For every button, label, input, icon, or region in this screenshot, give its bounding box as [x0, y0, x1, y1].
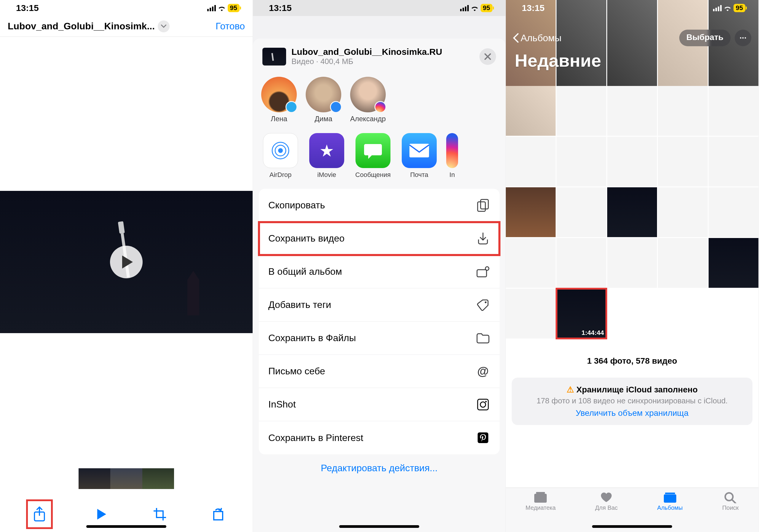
crop-button[interactable] [151, 505, 169, 523]
messages-icon [355, 133, 390, 168]
status-time: 13:15 [269, 3, 292, 13]
download-icon [476, 232, 490, 246]
action-list: Скопировать Сохранить видео В общий альб… [259, 189, 499, 454]
status-time: 13:15 [522, 3, 545, 13]
app-mail[interactable]: Почта [400, 133, 438, 179]
sheet-thumbnail [262, 48, 286, 65]
photo-thumbnail[interactable] [556, 238, 606, 288]
tab-library[interactable]: Медиатека [526, 491, 556, 532]
pinterest-icon [476, 431, 490, 445]
photo-thumbnail[interactable] [607, 136, 657, 186]
photo-thumbnail[interactable] [556, 86, 606, 136]
photo-thumbnail[interactable] [709, 136, 758, 186]
banner-upgrade-link[interactable]: Увеличить объем хранилища [518, 408, 746, 418]
icloud-banner: ⚠ Хранилище iCloud заполнено 178 фото и … [512, 378, 752, 425]
photo-thumbnail[interactable] [658, 136, 708, 186]
status-time: 13:15 [16, 3, 39, 13]
photo-thumbnail[interactable] [607, 238, 657, 288]
action-copy[interactable]: Скопировать [259, 189, 499, 222]
photo-thumbnail[interactable] [709, 86, 758, 136]
share-button[interactable] [26, 499, 53, 529]
video-timeline[interactable] [0, 464, 253, 493]
home-indicator [86, 525, 166, 528]
wifi-icon [470, 5, 479, 11]
close-button[interactable] [479, 48, 496, 65]
app-imovie[interactable]: ★ iMovie [307, 133, 346, 179]
wifi-icon [723, 5, 732, 11]
contact-alexander[interactable]: Александр [350, 77, 386, 123]
select-button[interactable]: Выбрать [679, 30, 731, 46]
svg-point-2 [278, 148, 283, 153]
photo-thumbnail[interactable] [506, 86, 556, 136]
play-button[interactable] [110, 246, 142, 278]
photo-thumbnail[interactable] [709, 238, 758, 288]
svg-rect-8 [477, 270, 487, 277]
photo-thumbnail[interactable] [506, 289, 556, 338]
photo-thumbnail[interactable] [607, 86, 657, 136]
photo-thumbnail[interactable] [506, 187, 556, 237]
action-inshot[interactable]: InShot [259, 388, 499, 421]
app-airdrop[interactable]: AirDrop [261, 133, 300, 179]
battery-indicator: 95 [734, 4, 745, 12]
svg-rect-16 [536, 492, 545, 494]
done-button[interactable]: Готово [216, 21, 245, 32]
status-bar: 13:15 95 [506, 0, 758, 16]
video-duration: 1:44:44 [581, 329, 604, 337]
svg-rect-15 [534, 494, 547, 503]
album-title: Недавние [515, 50, 601, 71]
contact-dima[interactable]: Дима [306, 77, 341, 123]
svg-point-12 [480, 402, 486, 407]
wifi-icon [218, 5, 226, 11]
chevron-down-icon[interactable] [158, 20, 170, 32]
back-button[interactable]: Альбомы [513, 33, 562, 44]
app-messages[interactable]: Сообщения [354, 133, 392, 179]
telegram-badge-icon [286, 101, 298, 113]
photo-thumbnail[interactable] [506, 238, 556, 288]
photo-thumbnail[interactable] [658, 86, 708, 136]
contact-lena[interactable]: Лена [261, 77, 297, 123]
action-shared-album[interactable]: В общий альбом [259, 255, 499, 288]
video-preview[interactable] [0, 191, 253, 333]
edit-actions-link[interactable]: Редактировать действия... [259, 454, 499, 482]
more-button[interactable]: ··· [735, 30, 751, 46]
instagram-badge-icon [375, 101, 386, 113]
share-sheet: Lubov_and_Golubi__Kinosimka.RU Видео · 4… [253, 39, 505, 532]
photo-thumbnail[interactable] [658, 238, 708, 288]
svg-rect-1 [214, 512, 223, 520]
tab-search[interactable]: Поиск [722, 491, 739, 532]
cellular-icon [460, 5, 469, 11]
warning-icon: ⚠ [567, 385, 574, 395]
action-add-tags[interactable]: Добавить теги [259, 288, 499, 322]
airdrop-icon [263, 133, 298, 168]
file-header: Lubov_and_Golubi__Kinosimk... Готово [0, 16, 253, 37]
svg-rect-5 [410, 144, 429, 157]
action-pinterest[interactable]: Сохранить в Pinterest [259, 421, 499, 454]
action-save-video[interactable]: Сохранить видео [259, 222, 499, 255]
folder-icon [476, 331, 490, 345]
svg-rect-11 [478, 399, 488, 410]
battery-indicator: 95 [228, 4, 240, 12]
copy-icon [476, 198, 490, 212]
photo-thumbnail[interactable] [506, 136, 556, 186]
photo-thumbnail[interactable] [658, 187, 708, 237]
photo-thumbnail[interactable] [556, 187, 606, 237]
svg-point-10 [485, 301, 487, 303]
app-instagram[interactable]: In [446, 133, 458, 179]
banner-title: Хранилище iCloud заполнено [577, 385, 698, 395]
home-indicator [339, 525, 419, 528]
play-toolbar-button[interactable] [93, 505, 111, 523]
file-title: Lubov_and_Golubi__Kinosimk... [8, 21, 155, 32]
photo-thumbnail[interactable] [709, 187, 758, 237]
photo-grid: 1:44:44 [506, 86, 758, 338]
photo-thumbnail[interactable] [556, 136, 606, 186]
action-mail-self[interactable]: Письмо себе @ [259, 355, 499, 388]
at-icon: @ [476, 364, 490, 378]
video-thumbnail-saved[interactable]: 1:44:44 [556, 289, 606, 338]
sheet-title: Lubov_and_Golubi__Kinosimka.RU [292, 47, 474, 57]
rotate-button[interactable] [209, 505, 226, 523]
mail-icon [402, 133, 437, 168]
status-bar: 13:15 95 [0, 0, 253, 16]
photo-thumbnail[interactable] [607, 187, 657, 237]
action-save-files[interactable]: Сохранить в Файлы [259, 322, 499, 355]
svg-point-9 [485, 267, 489, 270]
